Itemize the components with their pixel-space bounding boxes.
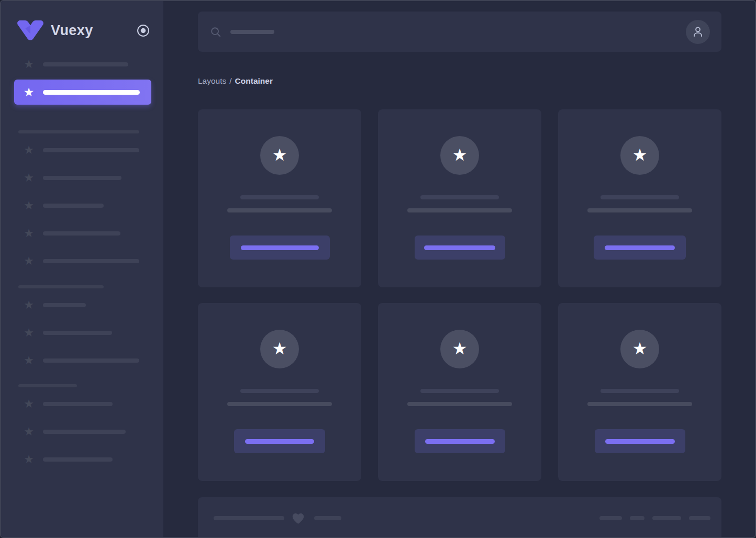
sidebar-item-label-skeleton (43, 430, 126, 434)
footer-text-skeleton (214, 516, 284, 520)
footer-link-skeleton[interactable] (652, 516, 681, 520)
sidebar-item-label-skeleton (43, 457, 113, 462)
card-avatar: ★ (620, 136, 659, 175)
star-icon: ★ (452, 147, 468, 165)
sidebar-section: ★ ★ ★ (1, 384, 163, 466)
footer-link-skeleton[interactable] (630, 516, 644, 520)
main-content: Layouts/Container ★ ★ (163, 1, 755, 537)
star-icon: ★ (22, 326, 36, 340)
card-title-skeleton (240, 195, 319, 199)
sidebar-item-label-skeleton (43, 331, 112, 335)
breadcrumb-section[interactable]: Layouts (198, 76, 226, 85)
card-action-button[interactable] (230, 236, 330, 260)
sidebar-item[interactable]: ★ (22, 227, 163, 240)
card-avatar: ★ (440, 136, 479, 175)
footer-link-skeleton[interactable] (689, 516, 710, 520)
card-title-skeleton (601, 389, 679, 393)
card-title-skeleton (240, 389, 319, 393)
star-icon: ★ (22, 425, 36, 439)
section-header-skeleton (18, 130, 139, 133)
star-icon: ★ (632, 340, 648, 358)
button-label-skeleton (605, 245, 675, 250)
sidebar: Vuexy ★ ★ ★ (1, 1, 163, 537)
button-label-skeleton (425, 439, 495, 444)
star-icon: ★ (22, 453, 36, 466)
sidebar-item[interactable]: ★ (22, 58, 163, 71)
star-icon: ★ (452, 340, 468, 358)
sidebar-item-label-skeleton (43, 176, 121, 180)
star-icon: ★ (22, 227, 36, 240)
card-subtitle-skeleton (227, 208, 332, 212)
cards-grid: ★ ★ (198, 109, 721, 481)
sidebar-item-label-skeleton (43, 303, 86, 307)
heart-icon[interactable] (291, 511, 305, 525)
card-subtitle-skeleton (407, 208, 512, 212)
card-action-button[interactable] (415, 236, 505, 260)
card-avatar: ★ (260, 330, 299, 368)
vuexy-logo-icon (17, 20, 44, 41)
person-icon (691, 25, 705, 39)
card-action-button[interactable] (415, 429, 505, 453)
footer-text-skeleton (314, 516, 341, 520)
sidebar-item[interactable]: ★ (22, 143, 163, 157)
sidebar-item[interactable]: ★ (22, 199, 163, 212)
star-icon: ★ (22, 354, 36, 367)
star-icon: ★ (272, 147, 287, 165)
app-window: Vuexy ★ ★ ★ (0, 0, 756, 538)
vuexy-logo-link[interactable] (17, 20, 44, 41)
sidebar-item-label-skeleton (43, 148, 139, 152)
star-icon: ★ (22, 397, 36, 411)
app-title: Vuexy (51, 23, 93, 39)
sidebar-item[interactable]: ★ (22, 425, 163, 439)
sidebar-active-label-skeleton (43, 90, 140, 95)
sidebar-item-label-skeleton (43, 204, 104, 208)
sidebar-item[interactable]: ★ (22, 453, 163, 466)
sidebar-item-label-skeleton (43, 259, 139, 263)
placeholder-card: ★ (558, 109, 721, 287)
user-avatar[interactable] (686, 20, 710, 44)
star-icon: ★ (22, 199, 36, 212)
breadcrumb-separator: / (229, 76, 231, 85)
sidebar-item[interactable]: ★ (22, 171, 163, 185)
footer-link-skeleton[interactable] (599, 516, 622, 520)
button-label-skeleton (241, 245, 319, 250)
search-placeholder-skeleton (230, 30, 274, 34)
sidebar-item-label-skeleton (43, 231, 120, 236)
card-subtitle-skeleton (407, 402, 512, 406)
sidebar-item[interactable]: ★ (22, 254, 163, 268)
card-subtitle-skeleton (227, 402, 332, 406)
section-header-skeleton (18, 285, 104, 288)
sidebar-item[interactable]: ★ (22, 326, 163, 340)
star-icon: ★ (632, 147, 648, 165)
footer-links (599, 516, 710, 520)
sidebar-section: ★ ★ ★ ★ (1, 130, 163, 268)
card-action-button[interactable] (234, 429, 325, 453)
sidebar-section-list: ★ ★ ★ ★ (1, 143, 163, 268)
card-title-skeleton (420, 389, 499, 393)
sidebar-item[interactable]: ★ (22, 397, 163, 411)
card-action-button[interactable] (595, 429, 685, 453)
placeholder-card: ★ (198, 109, 361, 287)
card-avatar: ★ (260, 136, 299, 175)
card-avatar: ★ (440, 330, 479, 368)
sidebar-item[interactable]: ★ (22, 298, 163, 312)
section-header-skeleton (18, 384, 77, 387)
sidebar-item[interactable]: ★ (22, 354, 163, 367)
card-title-skeleton (420, 195, 499, 199)
breadcrumb: Layouts/Container (198, 76, 755, 85)
sidebar-item-label-skeleton (43, 62, 128, 66)
card-action-button[interactable] (594, 236, 686, 260)
page-footer (198, 497, 721, 538)
placeholder-card: ★ (378, 109, 541, 287)
sidebar-section: ★ ★ ★ (1, 285, 163, 367)
sidebar-section-list: ★ ★ ★ (1, 397, 163, 466)
search-input[interactable] (210, 26, 274, 38)
sidebar-item-label-skeleton (43, 358, 139, 363)
menu-pin-toggle-icon[interactable] (137, 24, 150, 37)
star-icon: ★ (22, 171, 36, 185)
sidebar-item-label-skeleton (43, 402, 113, 406)
footer-row (214, 512, 710, 524)
card-subtitle-skeleton (587, 402, 692, 406)
sidebar-item-active[interactable]: ★ (14, 80, 151, 105)
button-label-skeleton (245, 439, 314, 444)
